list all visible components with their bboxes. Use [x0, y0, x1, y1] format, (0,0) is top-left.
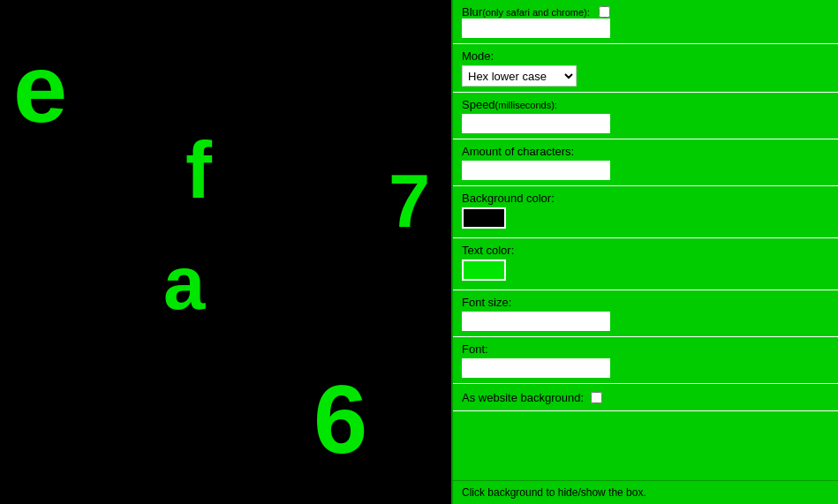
speed-label: Speed(milliseconds):: [462, 98, 829, 111]
blur-row: Blur(only safari and chrome): 1.72: [453, 0, 838, 44]
bg-color-label: Background color:: [462, 192, 829, 205]
font-size-row: Font size: 1.1: [453, 290, 838, 337]
matrix-char-f: f: [185, 131, 212, 210]
bg-color-row: Background color:: [453, 186, 838, 238]
mode-select[interactable]: Hex lower case Hex upper case Decimal Bi…: [462, 65, 577, 87]
mode-label: Mode:: [462, 49, 829, 63]
text-color-swatch[interactable]: [462, 260, 506, 281]
blur-checkbox[interactable]: [599, 6, 610, 18]
font-size-label: Font size:: [462, 296, 829, 309]
website-bg-label: As website background:: [462, 391, 584, 404]
amount-row: Amount of characters: 50: [453, 139, 838, 186]
text-color-row: Text color:: [453, 238, 838, 290]
control-panel: Blur(only safari and chrome): 1.72 Mode:…: [451, 0, 838, 504]
website-bg-row: As website background:: [453, 384, 838, 411]
panel-footer: Click background to hide/show the box.: [453, 480, 838, 504]
amount-input[interactable]: 50: [462, 161, 610, 180]
font-row: Font: Arial: [453, 337, 838, 384]
matrix-char-e: e: [13, 40, 67, 137]
footer-text: Click background to hide/show the box.: [462, 486, 646, 499]
matrix-char-a: a: [163, 245, 205, 320]
blur-label: Blur(only safari and chrome):: [462, 5, 590, 19]
font-input[interactable]: Arial: [462, 358, 610, 378]
text-color-label: Text color:: [462, 244, 829, 257]
blur-input[interactable]: 1.72: [462, 19, 610, 38]
website-bg-checkbox[interactable]: [591, 392, 602, 403]
mode-row: Mode: Hex lower case Hex upper case Deci…: [453, 44, 838, 93]
font-label: Font:: [462, 342, 829, 356]
font-size-input[interactable]: 1.1: [462, 312, 610, 331]
matrix-char-7: 7: [389, 163, 430, 238]
bg-color-swatch[interactable]: [462, 207, 506, 229]
speed-input[interactable]: 3000: [462, 114, 610, 133]
matrix-char-6: 6: [313, 371, 367, 468]
amount-label: Amount of characters:: [462, 145, 829, 158]
speed-row: Speed(milliseconds): 3000: [453, 93, 838, 139]
